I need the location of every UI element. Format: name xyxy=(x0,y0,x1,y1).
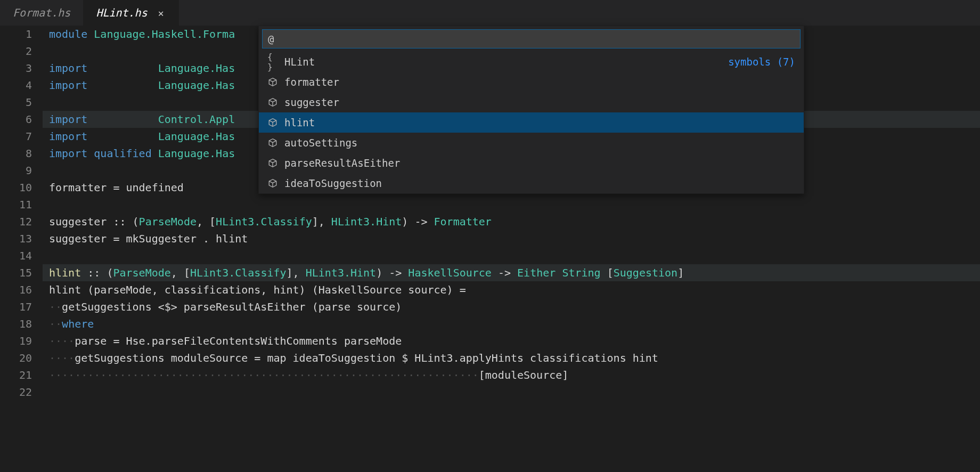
line-number: 11 xyxy=(0,196,32,213)
tab-hlint[interactable]: HLint.hs ✕ xyxy=(83,0,178,26)
code-line[interactable]: ··getSuggestions <$> parseResultAsEither… xyxy=(43,298,980,315)
quickopen-item[interactable]: formatter xyxy=(259,72,804,92)
quickopen-item[interactable]: { }HLintsymbols (7) xyxy=(259,52,804,72)
close-icon[interactable]: ✕ xyxy=(156,7,166,19)
quickopen-list: { }HLintsymbols (7)formattersuggesterhli… xyxy=(259,52,804,193)
cube-icon xyxy=(267,117,278,128)
line-number: 6 xyxy=(0,111,32,128)
editor[interactable]: 12345678910111213141516171819202122 modu… xyxy=(0,26,980,401)
line-number: 17 xyxy=(0,298,32,315)
tab-format[interactable]: Format.hs xyxy=(0,0,83,26)
line-number: 4 xyxy=(0,77,32,94)
line-number: 10 xyxy=(0,179,32,196)
code-line[interactable] xyxy=(43,247,980,264)
quickopen-item[interactable]: suggester xyxy=(259,92,804,112)
braces-icon: { } xyxy=(267,56,278,67)
line-number: 8 xyxy=(0,145,32,162)
line-number: 13 xyxy=(0,230,32,247)
code-line[interactable]: hlint (parseMode, classifications, hint)… xyxy=(43,281,980,298)
cube-icon xyxy=(267,97,278,108)
line-number: 12 xyxy=(0,213,32,230)
code-line[interactable] xyxy=(43,384,980,401)
line-number: 7 xyxy=(0,128,32,145)
quickopen-item[interactable]: autoSettings xyxy=(259,133,804,153)
code-line[interactable]: suggester = mkSuggester . hlint xyxy=(43,230,980,247)
tab-label: HLint.hs xyxy=(96,6,147,19)
quickopen-meta: symbols (7) xyxy=(728,56,795,68)
cube-icon xyxy=(267,77,278,87)
cube-icon xyxy=(267,158,278,168)
line-numbers: 12345678910111213141516171819202122 xyxy=(0,26,43,401)
line-number: 19 xyxy=(0,332,32,349)
quickopen-item[interactable]: hlint xyxy=(259,112,804,133)
line-number: 18 xyxy=(0,315,32,332)
code-line[interactable]: suggester :: (ParseMode, [HLint3.Classif… xyxy=(43,213,980,230)
tab-label: Format.hs xyxy=(13,6,70,19)
code-line[interactable] xyxy=(43,196,980,213)
quickopen-item[interactable]: parseResultAsEither xyxy=(259,153,804,173)
code-line[interactable]: ····parse = Hse.parseFileContentsWithCom… xyxy=(43,332,980,349)
quickopen-item-label: formatter xyxy=(284,76,795,88)
quickopen-item[interactable]: ideaToSuggestion xyxy=(259,173,804,193)
quickopen-panel: { }HLintsymbols (7)formattersuggesterhli… xyxy=(258,26,804,194)
quickopen-item-label: HLint xyxy=(284,56,728,68)
quickopen-item-label: parseResultAsEither xyxy=(284,157,795,169)
line-number: 2 xyxy=(0,43,32,60)
line-number: 20 xyxy=(0,349,32,367)
line-number: 14 xyxy=(0,247,32,264)
line-number: 22 xyxy=(0,384,32,401)
quickopen-input[interactable] xyxy=(262,29,801,48)
line-number: 5 xyxy=(0,94,32,111)
line-number: 3 xyxy=(0,60,32,77)
cube-icon xyxy=(267,137,278,148)
quickopen-item-label: autoSettings xyxy=(284,137,795,149)
quickopen-item-label: hlint xyxy=(284,117,795,128)
code-line[interactable]: ········································… xyxy=(43,367,980,384)
cube-icon xyxy=(267,178,278,189)
line-number: 9 xyxy=(0,162,32,179)
code-line[interactable]: hlint :: (ParseMode, [HLint3.Classify], … xyxy=(43,264,980,281)
line-number: 15 xyxy=(0,264,32,281)
line-number: 1 xyxy=(0,26,32,43)
tab-bar: Format.hs HLint.hs ✕ xyxy=(0,0,980,26)
line-number: 21 xyxy=(0,367,32,384)
quickopen-item-label: suggester xyxy=(284,96,795,108)
code-line[interactable]: ····getSuggestions moduleSource = map id… xyxy=(43,349,980,367)
code-line[interactable]: ··where xyxy=(43,315,980,332)
line-number: 16 xyxy=(0,281,32,298)
quickopen-item-label: ideaToSuggestion xyxy=(284,177,795,189)
